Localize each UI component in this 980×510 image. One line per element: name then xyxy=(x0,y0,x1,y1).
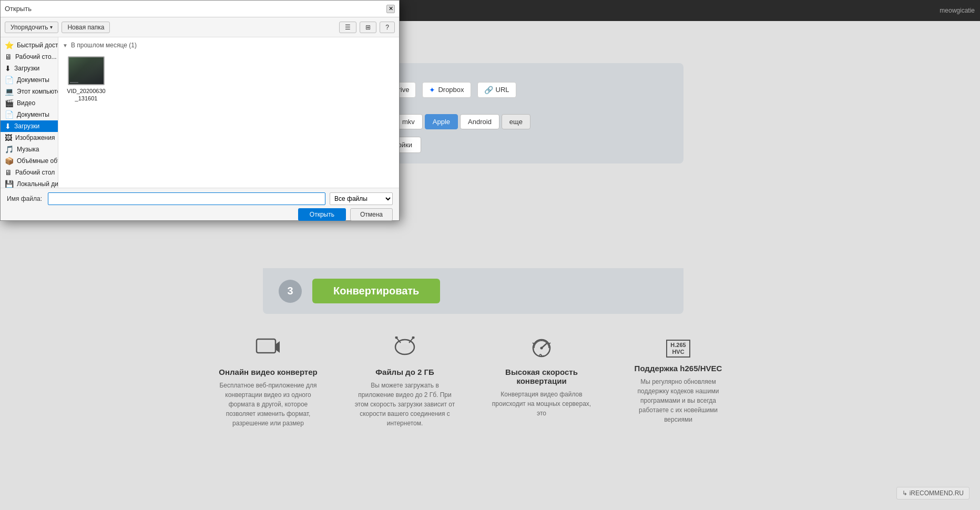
tab-more[interactable]: еще xyxy=(502,114,530,129)
filename-label: Имя файла: xyxy=(7,195,44,202)
sidebar-item-documents2[interactable]: 📄 Документы xyxy=(1,109,58,120)
file-name-vid1: VID_20200630_131601 xyxy=(66,87,107,103)
dialog-body: ⭐ Быстрый доступ 🖥 Рабочий сто... ⬇ Загр… xyxy=(1,37,399,188)
filename-input[interactable] xyxy=(48,192,325,205)
file-item-vid1[interactable]: VID_20200630_131601 xyxy=(63,53,110,106)
feature-high-speed-title: Высокая скорость конвертации xyxy=(489,368,594,385)
dialog-close-button[interactable]: ✕ xyxy=(386,5,395,13)
view-icons-button[interactable]: ⊞ xyxy=(360,22,376,33)
dialog-open-button[interactable]: Открыть xyxy=(298,208,346,221)
dialog-titlebar: Открыть ✕ xyxy=(1,1,399,17)
dialog-sidebar: ⭐ Быстрый доступ 🖥 Рабочий сто... ⬇ Загр… xyxy=(1,37,58,188)
convert-button[interactable]: Конвертировать xyxy=(312,279,440,303)
document-icon-1: 📄 xyxy=(5,76,14,84)
dialog-files: ▼ В прошлом месяце (1) VID_20200630_1316… xyxy=(58,37,399,188)
desktop-icon-2: 🖥 xyxy=(5,168,12,177)
features-section: Онлайн видео конвертер Бесплатное веб-пр… xyxy=(158,321,789,444)
dialog-action-row: Открыть Отмена xyxy=(7,208,393,221)
organize-arrow-icon: ▾ xyxy=(50,24,53,30)
sidebar-item-documents1[interactable]: 📄 Документы xyxy=(1,74,58,86)
username-label: meowgicatie xyxy=(940,7,975,14)
music-icon: 🎵 xyxy=(5,145,14,154)
convert-section: 3 Конвертировать xyxy=(263,268,683,314)
3d-icon: 📦 xyxy=(5,157,14,165)
organize-button[interactable]: Упорядочить ▾ xyxy=(5,22,58,33)
file-open-dialog: Открыть ✕ Упорядочить ▾ Новая папка ☰ ⊞ … xyxy=(0,0,400,221)
dropbox-icon: ✦ xyxy=(429,86,435,94)
filetype-select[interactable]: Все файлы Видео файлы MP4 AVI MOV xyxy=(330,192,393,205)
file-group-header[interactable]: ▼ В прошлом месяце (1) xyxy=(63,42,395,49)
dialog-toolbar: Упорядочить ▾ Новая папка ☰ ⊞ ? xyxy=(1,17,399,37)
tab-apple[interactable]: Apple xyxy=(425,114,458,129)
dialog-title: Открыть xyxy=(5,5,382,13)
h265-icon: H.265HVC xyxy=(626,336,731,359)
files-2gb-icon xyxy=(352,336,457,362)
desktop-icon-1: 🖥 xyxy=(5,53,12,61)
url-button[interactable]: 🔗 URL xyxy=(477,82,516,98)
feature-online-converter-desc: Бесплатное веб-приложение для конвертаци… xyxy=(216,381,321,428)
irecommend-badge: ↳ iRECOMMEND.RU xyxy=(896,487,969,499)
group-chevron-icon: ▼ xyxy=(63,43,68,48)
group-label: В прошлом месяце (1) xyxy=(71,42,137,49)
online-converter-icon xyxy=(216,336,321,362)
filename-row: Имя файла: Все файлы Видео файлы MP4 AVI… xyxy=(7,192,393,205)
feature-h265: H.265HVC Поддержка h265/HVEC Мы регулярн… xyxy=(626,336,731,428)
feature-high-speed: Высокая скорость конвертации Конвертация… xyxy=(489,336,594,428)
dialog-cancel-button[interactable]: Отмена xyxy=(350,208,393,221)
view-list-button[interactable]: ☰ xyxy=(339,22,356,33)
link-icon: 🔗 xyxy=(484,86,493,94)
sidebar-item-downloads2[interactable]: ⬇ Загрузки xyxy=(1,120,58,132)
download-icon-1: ⬇ xyxy=(5,64,11,73)
feature-2gb: Файлы до 2 ГБ Вы можете загружать в прил… xyxy=(352,336,457,428)
video-icon: 🎬 xyxy=(5,99,14,107)
computer-icon: 💻 xyxy=(5,87,14,96)
svg-point-3 xyxy=(400,344,410,350)
tab-android[interactable]: Android xyxy=(460,114,499,129)
sidebar-item-3d[interactable]: 📦 Объёмные объ... xyxy=(1,155,58,167)
star-icon: ⭐ xyxy=(5,41,14,49)
svg-line-10 xyxy=(533,343,534,344)
disk-icon: 💾 xyxy=(5,180,14,188)
dialog-bottom: Имя файла: Все файлы Видео файлы MP4 AVI… xyxy=(1,188,399,220)
svg-point-8 xyxy=(540,347,543,350)
new-folder-button[interactable]: Новая папка xyxy=(62,22,110,33)
sidebar-item-desktop1[interactable]: 🖥 Рабочий сто... xyxy=(1,51,58,63)
file-thumbnail xyxy=(68,56,105,85)
sidebar-item-images[interactable]: 🖼 Изображения xyxy=(1,132,58,144)
feature-h265-title: Поддержка h265/HVEC xyxy=(626,364,731,373)
sidebar-item-downloads1[interactable]: ⬇ Загрузки xyxy=(1,63,58,74)
image-icon: 🖼 xyxy=(5,134,12,142)
feature-online-converter-title: Онлайн видео конвертер xyxy=(216,368,321,376)
svg-line-11 xyxy=(549,343,550,344)
dropbox-button[interactable]: ✦ Dropbox xyxy=(422,82,471,98)
feature-h265-desc: Мы регулярно обновляем поддержку кодеков… xyxy=(626,377,731,424)
feature-high-speed-desc: Конвертация видео файлов происходит на м… xyxy=(489,390,594,418)
sidebar-item-music[interactable]: 🎵 Музыка xyxy=(1,144,58,155)
step-number: 3 xyxy=(279,280,302,303)
feature-2gb-desc: Вы можете загружать в приложение видео д… xyxy=(352,381,457,428)
download-icon-2: ⬇ xyxy=(5,122,11,130)
document-icon-2: 📄 xyxy=(5,110,14,119)
sidebar-item-this-pc[interactable]: 💻 Этот компьютер xyxy=(1,86,58,97)
svg-rect-1 xyxy=(259,341,273,351)
feature-2gb-title: Файлы до 2 ГБ xyxy=(352,368,457,376)
high-speed-icon xyxy=(489,336,594,362)
sidebar-item-local-disk[interactable]: 💾 Локальный диc... xyxy=(1,178,58,188)
sidebar-item-video[interactable]: 🎬 Видео xyxy=(1,97,58,109)
sidebar-item-desktop2[interactable]: 🖥 Рабочий стол xyxy=(1,167,58,178)
feature-online-converter: Онлайн видео конвертер Бесплатное веб-пр… xyxy=(216,336,321,428)
sidebar-item-quick-access[interactable]: ⭐ Быстрый доступ xyxy=(1,39,58,51)
help-button[interactable]: ? xyxy=(380,22,395,33)
